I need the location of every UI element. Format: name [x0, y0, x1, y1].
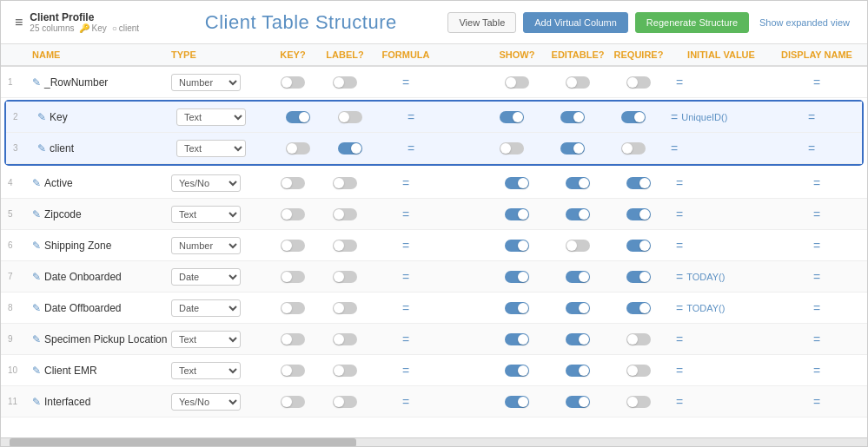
editable-toggle[interactable] — [566, 240, 590, 252]
require-toggle[interactable] — [626, 396, 651, 408]
editable-toggle[interactable] — [566, 177, 590, 189]
edit-icon[interactable]: ✎ — [32, 208, 41, 220]
display-eq-icon[interactable]: = — [808, 141, 815, 155]
require-toggle[interactable] — [621, 142, 646, 154]
display-eq-icon[interactable]: = — [813, 239, 820, 253]
horizontal-scrollbar[interactable] — [1, 437, 867, 446]
initial-eq-icon[interactable]: = — [676, 239, 683, 253]
key-toggle[interactable] — [286, 111, 310, 123]
show-toggle[interactable] — [505, 302, 529, 314]
label-toggle[interactable] — [333, 208, 357, 220]
show-expanded-view-button[interactable]: Show expanded view — [756, 13, 853, 32]
display-eq-icon[interactable]: = — [813, 301, 820, 315]
type-select[interactable]: Text — [171, 206, 241, 223]
initial-eq-icon[interactable]: = — [676, 395, 683, 409]
label-toggle[interactable] — [338, 111, 362, 123]
editable-toggle[interactable] — [566, 208, 590, 220]
display-eq-icon[interactable]: = — [813, 395, 820, 409]
edit-icon[interactable]: ✎ — [32, 302, 41, 314]
label-toggle[interactable] — [333, 396, 357, 408]
require-toggle[interactable] — [626, 365, 651, 377]
formula-icon[interactable]: = — [402, 332, 409, 346]
formula-icon[interactable]: = — [407, 141, 414, 155]
editable-toggle[interactable] — [560, 111, 585, 123]
key-toggle[interactable] — [286, 142, 310, 154]
editable-toggle[interactable] — [566, 302, 590, 314]
display-eq-icon[interactable]: = — [813, 270, 820, 284]
require-toggle[interactable] — [626, 240, 651, 252]
label-toggle[interactable] — [333, 177, 357, 189]
show-toggle[interactable] — [505, 365, 529, 377]
view-table-button[interactable]: View Table — [447, 12, 516, 33]
initial-eq-icon[interactable]: = — [676, 76, 683, 89]
edit-icon[interactable]: ✎ — [32, 177, 41, 189]
display-eq-icon[interactable]: = — [813, 176, 820, 190]
display-eq-icon[interactable]: = — [808, 110, 815, 124]
show-toggle[interactable] — [505, 396, 529, 408]
label-toggle[interactable] — [333, 271, 357, 283]
show-toggle[interactable] — [505, 76, 529, 89]
initial-eq-icon[interactable]: = — [676, 207, 683, 221]
label-toggle[interactable] — [333, 333, 357, 345]
label-toggle[interactable] — [338, 142, 362, 154]
display-eq-icon[interactable]: = — [813, 207, 820, 221]
edit-icon[interactable]: ✎ — [32, 396, 41, 408]
formula-icon[interactable]: = — [407, 110, 414, 124]
key-toggle[interactable] — [281, 240, 305, 252]
type-select[interactable]: Number — [171, 74, 241, 91]
show-toggle[interactable] — [505, 333, 529, 345]
edit-icon[interactable]: ✎ — [32, 365, 41, 377]
type-select[interactable]: Yes/No — [171, 393, 241, 411]
type-select[interactable]: Text — [171, 362, 241, 379]
display-eq-icon[interactable]: = — [813, 332, 820, 346]
formula-icon[interactable]: = — [402, 270, 409, 284]
initial-eq-icon[interactable]: = — [676, 301, 683, 315]
key-toggle[interactable] — [281, 177, 305, 189]
formula-icon[interactable]: = — [402, 301, 409, 315]
type-select[interactable]: Text — [176, 140, 246, 157]
editable-toggle[interactable] — [566, 396, 590, 408]
key-toggle[interactable] — [281, 333, 305, 345]
show-toggle[interactable] — [500, 142, 524, 154]
formula-icon[interactable]: = — [402, 239, 409, 253]
key-toggle[interactable] — [281, 365, 305, 377]
initial-eq-icon[interactable]: = — [676, 176, 683, 190]
formula-icon[interactable]: = — [402, 364, 409, 378]
show-toggle[interactable] — [505, 271, 529, 283]
label-toggle[interactable] — [333, 76, 357, 89]
type-select[interactable]: Text — [171, 331, 241, 348]
formula-icon[interactable]: = — [402, 207, 409, 221]
display-eq-icon[interactable]: = — [813, 364, 820, 378]
formula-icon[interactable]: = — [402, 395, 409, 409]
key-toggle[interactable] — [281, 271, 305, 283]
edit-icon[interactable]: ✎ — [32, 271, 41, 283]
require-toggle[interactable] — [626, 76, 651, 89]
show-toggle[interactable] — [500, 111, 524, 123]
label-toggle[interactable] — [333, 240, 357, 252]
initial-eq-icon[interactable]: = — [671, 141, 678, 155]
regenerate-structure-button[interactable]: Regenerate Structure — [635, 12, 749, 33]
initial-eq-icon[interactable]: = — [676, 364, 683, 378]
require-toggle[interactable] — [626, 333, 651, 345]
require-toggle[interactable] — [626, 271, 651, 283]
type-select[interactable]: Yes/No — [171, 174, 241, 192]
initial-eq-icon[interactable]: = — [676, 270, 683, 284]
show-toggle[interactable] — [505, 240, 529, 252]
show-toggle[interactable] — [505, 177, 529, 189]
editable-toggle[interactable] — [566, 271, 590, 283]
label-toggle[interactable] — [333, 302, 357, 314]
edit-icon[interactable]: ✎ — [32, 240, 41, 252]
require-toggle[interactable] — [626, 177, 651, 189]
edit-icon[interactable]: ✎ — [32, 333, 41, 345]
require-toggle[interactable] — [626, 302, 651, 314]
key-toggle[interactable] — [281, 76, 305, 89]
label-toggle[interactable] — [333, 365, 357, 377]
display-eq-icon[interactable]: = — [813, 76, 820, 89]
require-toggle[interactable] — [621, 111, 646, 123]
key-toggle[interactable] — [281, 396, 305, 408]
key-toggle[interactable] — [281, 302, 305, 314]
edit-icon[interactable]: ✎ — [37, 142, 46, 154]
edit-icon[interactable]: ✎ — [37, 111, 46, 123]
add-virtual-column-button[interactable]: Add Virtual Column — [523, 12, 628, 33]
show-toggle[interactable] — [505, 208, 529, 220]
